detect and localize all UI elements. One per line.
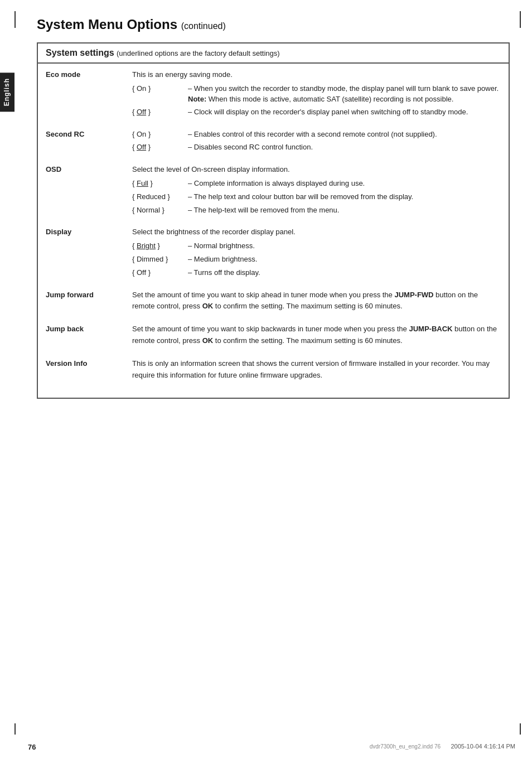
desc-jump-forward: Set the amount of time you want to skip … (132, 289, 501, 313)
content-jump-back: Set the amount of time you want to skip … (132, 323, 501, 349)
option-val-display-dimmed: – Medium brightness. (188, 254, 501, 265)
page-wrapper: English System Menu Options (continued) … (0, 0, 532, 768)
jump-back-bold: JUMP-BACK (409, 325, 452, 333)
note-bold: Note: (188, 95, 206, 103)
row-jump-back: Jump back Set the amount of time you wan… (46, 323, 501, 349)
option-rc-on: { On } – Enables control of this recorde… (132, 129, 501, 141)
footer-filename: dvdr7300h_eu_eng2.indd 76 (370, 743, 441, 750)
settings-header-normal: (underlined options are the factory defa… (117, 49, 280, 57)
option-val-rc-on: – Enables control of this recorder with … (188, 129, 501, 140)
label-display: Display (46, 226, 132, 236)
label-osd: OSD (46, 164, 132, 173)
title-cont: (continued) (181, 21, 226, 31)
option-val-rc-off: – Disables second RC control function. (188, 142, 501, 153)
label-jump-forward: Jump forward (46, 289, 132, 299)
settings-box: System settings (underlined options are … (37, 42, 510, 399)
option-val-osd-reduced: – The help text and colour button bar wi… (188, 191, 501, 202)
page-number: 76 (28, 743, 36, 751)
margin-line-left-bottom (14, 723, 16, 735)
option-val-eco-on: – When you switch the recorder to standb… (188, 83, 501, 105)
option-display-dimmed: { Dimmed } – Medium brightness. (132, 254, 501, 265)
desc-osd: Select the level of On-screen display in… (132, 164, 501, 176)
option-key-eco-on: { On } (132, 83, 188, 95)
content-second-rc: { On } – Enables control of this recorde… (132, 129, 501, 156)
option-key-display-off: { Off } (132, 267, 188, 279)
desc-jump-back: Set the amount of time you want to skip … (132, 323, 501, 347)
main-content: System Menu Options (continued) System s… (14, 0, 532, 416)
option-val-osd-normal: – The help-text will be removed from the… (188, 205, 501, 216)
option-val-osd-full: – Complete information is always display… (188, 178, 501, 189)
desc-display: Select the brightness of the recorder di… (132, 226, 501, 238)
option-osd-full: { Full } – Complete information is alway… (132, 178, 501, 190)
label-eco-mode: Eco mode (46, 69, 132, 79)
margin-line-right-bottom (520, 723, 521, 735)
language-tab-label: English (3, 78, 11, 106)
row-jump-forward: Jump forward Set the amount of time you … (46, 289, 501, 315)
option-val-eco-off: – Clock will display on the recorder's d… (188, 107, 501, 118)
settings-header-bold: System settings (46, 48, 114, 57)
option-display-bright: { Bright } – Normal brightness. (132, 240, 501, 252)
option-osd-reduced: { Reduced } – The help text and colour b… (132, 191, 501, 203)
ok-bold-2: OK (202, 336, 214, 345)
option-rc-off: { Off } – Disables second RC control fun… (132, 142, 501, 153)
margin-line-left-top (14, 11, 16, 28)
margin-line-right-top (520, 11, 521, 28)
option-key-eco-off: { Off } (132, 107, 188, 118)
option-display-off: { Off } – Turns off the display. (132, 267, 501, 279)
desc-version-info: This is only an information screen that … (132, 358, 501, 381)
row-osd: OSD Select the level of On-screen displa… (46, 164, 501, 218)
label-version-info: Version Info (46, 358, 132, 368)
option-val-display-bright: – Normal brightness. (188, 240, 501, 252)
desc-eco-mode: This is an energy saving mode. (132, 69, 501, 81)
label-jump-back: Jump back (46, 323, 132, 333)
option-key-rc-on: { On } (132, 129, 188, 141)
footer-right: dvdr7300h_eu_eng2.indd 76 2005-10-04 4:1… (370, 743, 515, 751)
option-key-osd-full: { Full } (132, 178, 188, 190)
settings-table: Eco mode This is an energy saving mode. … (38, 64, 509, 398)
title-main: System Menu Options (37, 17, 177, 32)
footer-datetime: 2005-10-04 4:16:14 PM (451, 743, 515, 750)
page-footer: 76 dvdr7300h_eu_eng2.indd 76 2005-10-04 … (0, 743, 532, 751)
option-val-display-off: – Turns off the display. (188, 267, 501, 278)
option-eco-off: { Off } – Clock will display on the reco… (132, 107, 501, 118)
row-version-info: Version Info This is only an information… (46, 358, 501, 384)
label-second-rc: Second RC (46, 129, 132, 138)
content-version-info: This is only an information screen that … (132, 358, 501, 384)
language-tab: English (0, 73, 14, 112)
settings-header: System settings (underlined options are … (38, 44, 509, 64)
option-key-display-bright: { Bright } (132, 240, 188, 252)
row-eco-mode: Eco mode This is an energy saving mode. … (46, 69, 501, 120)
row-second-rc: Second RC { On } – Enables control of th… (46, 129, 501, 156)
content-jump-forward: Set the amount of time you want to skip … (132, 289, 501, 315)
content-osd: Select the level of On-screen display in… (132, 164, 501, 218)
content-eco-mode: This is an energy saving mode. { On } – … (132, 69, 501, 120)
option-osd-normal: { Normal } – The help-text will be remov… (132, 205, 501, 216)
option-key-osd-reduced: { Reduced } (132, 191, 188, 203)
ok-bold-1: OK (202, 302, 214, 310)
option-key-rc-off: { Off } (132, 142, 188, 153)
jump-fwd-bold: JUMP-FWD (394, 291, 433, 299)
option-eco-on: { On } – When you switch the recorder to… (132, 83, 501, 105)
page-title: System Menu Options (continued) (37, 17, 515, 32)
content-display: Select the brightness of the recorder di… (132, 226, 501, 280)
option-key-display-dimmed: { Dimmed } (132, 254, 188, 265)
row-display: Display Select the brightness of the rec… (46, 226, 501, 280)
option-key-osd-normal: { Normal } (132, 205, 188, 216)
